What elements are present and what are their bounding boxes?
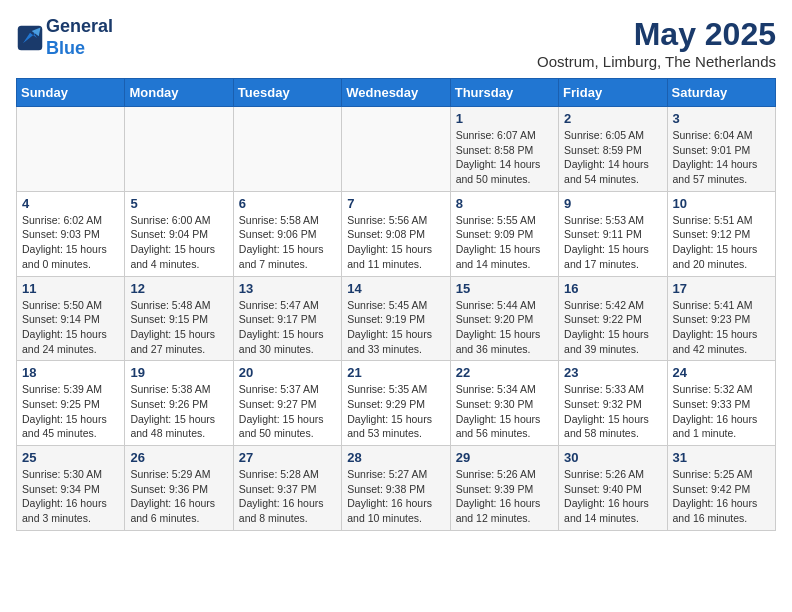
- calendar-cell: 14Sunrise: 5:45 AMSunset: 9:19 PMDayligh…: [342, 276, 450, 361]
- calendar-week-2: 4Sunrise: 6:02 AMSunset: 9:03 PMDaylight…: [17, 191, 776, 276]
- calendar-cell: 3Sunrise: 6:04 AMSunset: 9:01 PMDaylight…: [667, 107, 775, 192]
- day-number: 4: [22, 196, 119, 211]
- title-area: May 2025 Oostrum, Limburg, The Netherlan…: [537, 16, 776, 70]
- day-number: 29: [456, 450, 553, 465]
- day-info: Sunrise: 5:37 AMSunset: 9:27 PMDaylight:…: [239, 382, 336, 441]
- calendar-cell: 4Sunrise: 6:02 AMSunset: 9:03 PMDaylight…: [17, 191, 125, 276]
- day-number: 9: [564, 196, 661, 211]
- day-info: Sunrise: 5:26 AMSunset: 9:40 PMDaylight:…: [564, 467, 661, 526]
- day-number: 14: [347, 281, 444, 296]
- day-info: Sunrise: 6:05 AMSunset: 8:59 PMDaylight:…: [564, 128, 661, 187]
- day-info: Sunrise: 5:56 AMSunset: 9:08 PMDaylight:…: [347, 213, 444, 272]
- calendar-cell: 5Sunrise: 6:00 AMSunset: 9:04 PMDaylight…: [125, 191, 233, 276]
- day-info: Sunrise: 5:28 AMSunset: 9:37 PMDaylight:…: [239, 467, 336, 526]
- day-number: 5: [130, 196, 227, 211]
- calendar-cell: 26Sunrise: 5:29 AMSunset: 9:36 PMDayligh…: [125, 446, 233, 531]
- day-info: Sunrise: 5:32 AMSunset: 9:33 PMDaylight:…: [673, 382, 770, 441]
- day-number: 21: [347, 365, 444, 380]
- calendar-header-row: SundayMondayTuesdayWednesdayThursdayFrid…: [17, 79, 776, 107]
- day-info: Sunrise: 5:25 AMSunset: 9:42 PMDaylight:…: [673, 467, 770, 526]
- day-number: 1: [456, 111, 553, 126]
- day-number: 6: [239, 196, 336, 211]
- day-number: 7: [347, 196, 444, 211]
- day-info: Sunrise: 5:47 AMSunset: 9:17 PMDaylight:…: [239, 298, 336, 357]
- day-info: Sunrise: 6:00 AMSunset: 9:04 PMDaylight:…: [130, 213, 227, 272]
- day-number: 2: [564, 111, 661, 126]
- calendar-cell: 12Sunrise: 5:48 AMSunset: 9:15 PMDayligh…: [125, 276, 233, 361]
- calendar-cell: 9Sunrise: 5:53 AMSunset: 9:11 PMDaylight…: [559, 191, 667, 276]
- day-info: Sunrise: 5:26 AMSunset: 9:39 PMDaylight:…: [456, 467, 553, 526]
- weekday-header-tuesday: Tuesday: [233, 79, 341, 107]
- weekday-header-thursday: Thursday: [450, 79, 558, 107]
- day-info: Sunrise: 6:04 AMSunset: 9:01 PMDaylight:…: [673, 128, 770, 187]
- month-title: May 2025: [537, 16, 776, 53]
- calendar-cell: 30Sunrise: 5:26 AMSunset: 9:40 PMDayligh…: [559, 446, 667, 531]
- calendar-cell: 6Sunrise: 5:58 AMSunset: 9:06 PMDaylight…: [233, 191, 341, 276]
- location: Oostrum, Limburg, The Netherlands: [537, 53, 776, 70]
- day-info: Sunrise: 5:27 AMSunset: 9:38 PMDaylight:…: [347, 467, 444, 526]
- calendar-cell: [233, 107, 341, 192]
- day-number: 15: [456, 281, 553, 296]
- day-info: Sunrise: 5:38 AMSunset: 9:26 PMDaylight:…: [130, 382, 227, 441]
- calendar-week-5: 25Sunrise: 5:30 AMSunset: 9:34 PMDayligh…: [17, 446, 776, 531]
- day-number: 24: [673, 365, 770, 380]
- weekday-header-monday: Monday: [125, 79, 233, 107]
- weekday-header-wednesday: Wednesday: [342, 79, 450, 107]
- day-number: 26: [130, 450, 227, 465]
- day-info: Sunrise: 5:55 AMSunset: 9:09 PMDaylight:…: [456, 213, 553, 272]
- day-number: 19: [130, 365, 227, 380]
- calendar-cell: [17, 107, 125, 192]
- day-info: Sunrise: 5:42 AMSunset: 9:22 PMDaylight:…: [564, 298, 661, 357]
- calendar-week-3: 11Sunrise: 5:50 AMSunset: 9:14 PMDayligh…: [17, 276, 776, 361]
- day-number: 16: [564, 281, 661, 296]
- weekday-header-saturday: Saturday: [667, 79, 775, 107]
- day-number: 30: [564, 450, 661, 465]
- calendar-cell: 22Sunrise: 5:34 AMSunset: 9:30 PMDayligh…: [450, 361, 558, 446]
- day-number: 23: [564, 365, 661, 380]
- calendar-cell: 25Sunrise: 5:30 AMSunset: 9:34 PMDayligh…: [17, 446, 125, 531]
- day-info: Sunrise: 6:02 AMSunset: 9:03 PMDaylight:…: [22, 213, 119, 272]
- day-info: Sunrise: 5:34 AMSunset: 9:30 PMDaylight:…: [456, 382, 553, 441]
- calendar-cell: 8Sunrise: 5:55 AMSunset: 9:09 PMDaylight…: [450, 191, 558, 276]
- day-number: 3: [673, 111, 770, 126]
- page-header: General Blue May 2025 Oostrum, Limburg, …: [16, 16, 776, 70]
- calendar-cell: 27Sunrise: 5:28 AMSunset: 9:37 PMDayligh…: [233, 446, 341, 531]
- calendar-cell: 19Sunrise: 5:38 AMSunset: 9:26 PMDayligh…: [125, 361, 233, 446]
- calendar-cell: 13Sunrise: 5:47 AMSunset: 9:17 PMDayligh…: [233, 276, 341, 361]
- day-number: 8: [456, 196, 553, 211]
- day-number: 17: [673, 281, 770, 296]
- calendar-cell: 21Sunrise: 5:35 AMSunset: 9:29 PMDayligh…: [342, 361, 450, 446]
- day-number: 31: [673, 450, 770, 465]
- day-info: Sunrise: 5:30 AMSunset: 9:34 PMDaylight:…: [22, 467, 119, 526]
- day-info: Sunrise: 5:50 AMSunset: 9:14 PMDaylight:…: [22, 298, 119, 357]
- day-info: Sunrise: 5:51 AMSunset: 9:12 PMDaylight:…: [673, 213, 770, 272]
- day-info: Sunrise: 5:33 AMSunset: 9:32 PMDaylight:…: [564, 382, 661, 441]
- logo: General Blue: [16, 16, 113, 59]
- calendar-body: 1Sunrise: 6:07 AMSunset: 8:58 PMDaylight…: [17, 107, 776, 531]
- calendar-cell: 20Sunrise: 5:37 AMSunset: 9:27 PMDayligh…: [233, 361, 341, 446]
- calendar-cell: [342, 107, 450, 192]
- day-info: Sunrise: 5:29 AMSunset: 9:36 PMDaylight:…: [130, 467, 227, 526]
- day-info: Sunrise: 5:35 AMSunset: 9:29 PMDaylight:…: [347, 382, 444, 441]
- day-number: 12: [130, 281, 227, 296]
- day-number: 28: [347, 450, 444, 465]
- weekday-header-friday: Friday: [559, 79, 667, 107]
- logo-name-general: General Blue: [46, 16, 113, 59]
- calendar-week-4: 18Sunrise: 5:39 AMSunset: 9:25 PMDayligh…: [17, 361, 776, 446]
- calendar-cell: 31Sunrise: 5:25 AMSunset: 9:42 PMDayligh…: [667, 446, 775, 531]
- day-number: 13: [239, 281, 336, 296]
- day-number: 25: [22, 450, 119, 465]
- day-number: 18: [22, 365, 119, 380]
- day-number: 11: [22, 281, 119, 296]
- calendar-week-1: 1Sunrise: 6:07 AMSunset: 8:58 PMDaylight…: [17, 107, 776, 192]
- calendar-table: SundayMondayTuesdayWednesdayThursdayFrid…: [16, 78, 776, 531]
- day-info: Sunrise: 5:39 AMSunset: 9:25 PMDaylight:…: [22, 382, 119, 441]
- calendar-cell: 17Sunrise: 5:41 AMSunset: 9:23 PMDayligh…: [667, 276, 775, 361]
- calendar-cell: [125, 107, 233, 192]
- day-number: 22: [456, 365, 553, 380]
- calendar-cell: 16Sunrise: 5:42 AMSunset: 9:22 PMDayligh…: [559, 276, 667, 361]
- day-number: 10: [673, 196, 770, 211]
- calendar-cell: 11Sunrise: 5:50 AMSunset: 9:14 PMDayligh…: [17, 276, 125, 361]
- calendar-cell: 29Sunrise: 5:26 AMSunset: 9:39 PMDayligh…: [450, 446, 558, 531]
- calendar-cell: 15Sunrise: 5:44 AMSunset: 9:20 PMDayligh…: [450, 276, 558, 361]
